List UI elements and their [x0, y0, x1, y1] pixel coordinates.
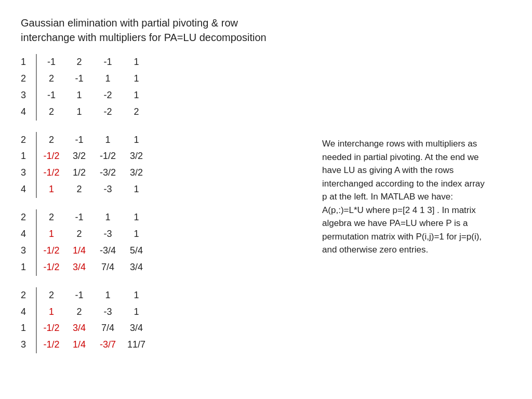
row-index: 4: [21, 304, 36, 321]
row-index: 3: [21, 165, 36, 181]
cell: 1: [122, 304, 151, 321]
cell: 1/4: [65, 337, 94, 353]
cell: 2: [36, 104, 65, 121]
cell: -1/2: [94, 148, 122, 165]
cell: -3/2: [94, 165, 122, 181]
table-row: 3-1/21/4-3/45/4: [21, 243, 151, 259]
table-row: 3-1/21/4-3/711/7: [21, 337, 151, 353]
cell: -1: [36, 54, 65, 71]
cell: 1: [122, 209, 151, 226]
cell: -1: [36, 87, 65, 104]
cell: -2: [94, 104, 122, 121]
cell: 1: [36, 181, 65, 198]
matrix-block-2: 22-111412-313-1/21/4-3/45/41-1/23/47/43/…: [21, 209, 312, 276]
row-index: 1: [21, 148, 36, 165]
cell: 3/4: [122, 259, 151, 276]
table-row: 1-1/23/47/43/4: [21, 259, 151, 276]
cell: 2: [65, 54, 94, 71]
row-index: 1: [21, 259, 36, 276]
cell: -1/2: [36, 148, 65, 165]
cell: 1: [65, 104, 94, 121]
cell: 11/7: [122, 337, 151, 353]
cell: -1: [65, 132, 94, 149]
cell: 3/2: [65, 148, 94, 165]
table-row: 1-12-11: [21, 54, 151, 71]
cell: -1/2: [36, 337, 65, 353]
matrix-block-3: 22-111412-311-1/23/47/43/43-1/21/4-3/711…: [21, 287, 312, 354]
row-index: 4: [21, 226, 36, 243]
cell: -3: [94, 226, 122, 243]
cell: 1: [94, 287, 122, 304]
description-text: We interchange rows with multipliers as …: [322, 54, 488, 365]
row-index: 2: [21, 287, 36, 304]
cell: -1/2: [36, 259, 65, 276]
cell: -1: [65, 287, 94, 304]
row-index: 3: [21, 87, 36, 104]
cell: -1: [94, 54, 122, 71]
cell: -3/4: [94, 243, 122, 259]
cell: 5/4: [122, 243, 151, 259]
cell: 3/4: [65, 259, 94, 276]
cell: 3/2: [122, 148, 151, 165]
table-row: 412-31: [21, 304, 151, 321]
cell: 1: [122, 132, 151, 149]
cell: 1: [65, 87, 94, 104]
cell: -3: [94, 304, 122, 321]
row-index: 2: [21, 209, 36, 226]
cell: -1/2: [36, 320, 65, 337]
cell: 2: [65, 226, 94, 243]
row-index: 1: [21, 54, 36, 71]
cell: 1: [122, 226, 151, 243]
table-row: 1-1/23/47/43/4: [21, 320, 151, 337]
cell: 3/4: [122, 320, 151, 337]
cell: -1/2: [36, 243, 65, 259]
table-row: 3-11-21: [21, 87, 151, 104]
cell: 1: [94, 209, 122, 226]
row-index: 4: [21, 104, 36, 121]
cell: 1: [94, 71, 122, 87]
cell: 7/4: [94, 320, 122, 337]
table-row: 412-31: [21, 226, 151, 243]
cell: -3: [94, 181, 122, 198]
cell: 2: [122, 104, 151, 121]
row-index: 2: [21, 71, 36, 87]
cell: 2: [36, 209, 65, 226]
cell: -1/2: [36, 165, 65, 181]
cell: 1/4: [65, 243, 94, 259]
cell: 1: [94, 132, 122, 149]
cell: -1: [65, 71, 94, 87]
row-index: 4: [21, 181, 36, 198]
cell: 2: [65, 181, 94, 198]
cell: 7/4: [94, 259, 122, 276]
cell: 2: [36, 287, 65, 304]
table-row: 412-31: [21, 181, 151, 198]
matrices-panel: 1-12-1122-1113-11-21421-2222-1111-1/23/2…: [21, 54, 312, 365]
cell: -3/7: [94, 337, 122, 353]
table-row: 421-22: [21, 104, 151, 121]
table-row: 22-111: [21, 287, 151, 304]
cell: 1: [122, 54, 151, 71]
cell: -1: [65, 209, 94, 226]
cell: -2: [94, 87, 122, 104]
cell: 2: [65, 304, 94, 321]
cell: 1/2: [65, 165, 94, 181]
row-index: 2: [21, 132, 36, 149]
table-row: 22-111: [21, 132, 151, 149]
cell: 1: [122, 87, 151, 104]
table-row: 22-111: [21, 71, 151, 87]
table-row: 1-1/23/2-1/23/2: [21, 148, 151, 165]
cell: 2: [36, 132, 65, 149]
cell: 3/4: [65, 320, 94, 337]
table-row: 3-1/21/2-3/23/2: [21, 165, 151, 181]
table-row: 22-111: [21, 209, 151, 226]
cell: 3/2: [122, 165, 151, 181]
cell: 1: [122, 71, 151, 87]
matrix-block-1: 22-1111-1/23/2-1/23/23-1/21/2-3/23/2412-…: [21, 132, 312, 198]
cell: 2: [36, 71, 65, 87]
row-index: 1: [21, 320, 36, 337]
cell: 1: [36, 304, 65, 321]
matrix-block-0: 1-12-1122-1113-11-21421-22: [21, 54, 312, 121]
cell: 1: [36, 226, 65, 243]
cell: 1: [122, 181, 151, 198]
page-title: Gaussian elimination with partial pivoti…: [21, 16, 511, 45]
